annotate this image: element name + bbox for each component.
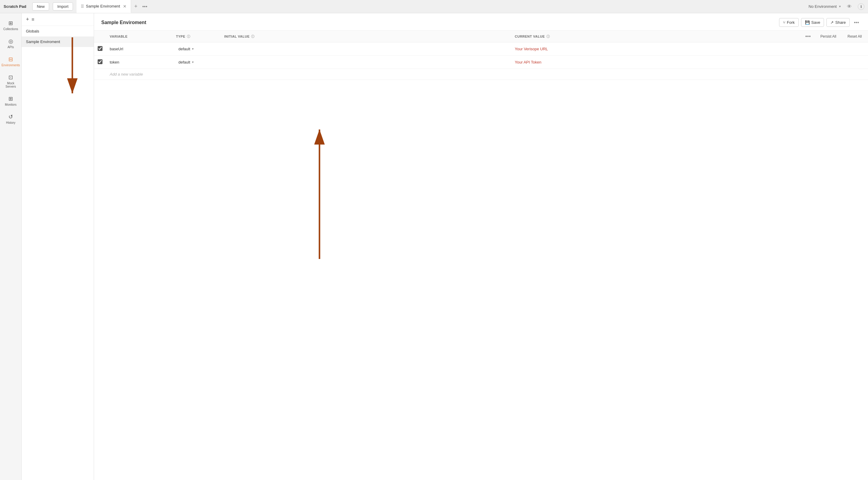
topbar: Scratch Pad New Import ☰ Sample Envirome…	[0, 0, 868, 13]
current-info-icon[interactable]: ⓘ	[547, 34, 550, 39]
current-value-col-label: CURRENT VALUE	[515, 35, 545, 38]
save-label: Save	[811, 20, 820, 25]
env-label: No Environment	[809, 4, 837, 9]
table-row: token default ▾ Your API Token	[94, 56, 868, 69]
td-variable-baseurl: baseUrl	[106, 42, 173, 56]
globals-label: Globals	[26, 29, 39, 33]
sidebar-item-monitors[interactable]: ⊞ Monitors	[1, 93, 21, 109]
sidebar-item-label: APIs	[7, 45, 14, 49]
collections-icon: ⊞	[8, 20, 13, 27]
save-button[interactable]: 💾 Save	[801, 18, 824, 27]
td-current-baseurl: Your Verisope URL	[511, 42, 802, 56]
td-reset-baseurl	[844, 42, 868, 56]
td-initial-baseurl[interactable]	[221, 42, 511, 56]
chevron-down-icon: ▾	[839, 4, 841, 8]
th-variable: VARIABLE	[106, 31, 173, 42]
share-icon: ↗	[830, 20, 834, 25]
fork-icon: ⑂	[783, 20, 785, 25]
initial-info-icon[interactable]: ⓘ	[251, 34, 255, 39]
environment-selector[interactable]: No Environment ▾	[809, 4, 841, 9]
column-more-button[interactable]: •••	[805, 34, 811, 39]
row-checkbox-token[interactable]	[98, 59, 102, 64]
type-value-baseurl: default	[179, 47, 190, 51]
sidebar-panel-header-left: + ≡	[26, 16, 34, 23]
sidebar-item-sample-enviroment[interactable]: Sample Enviroment	[22, 36, 94, 47]
fork-label: Fork	[787, 20, 795, 25]
environment-table: VARIABLE TYPE ⓘ IN	[94, 31, 868, 480]
reset-all-button[interactable]: Reset All	[847, 34, 862, 39]
td-type-baseurl: default ▾	[173, 42, 221, 56]
add-variable-placeholder: Add a new variable	[110, 72, 143, 76]
td-persist-baseurl	[817, 42, 844, 56]
table-row: baseUrl default ▾ Your Verisope URL	[94, 42, 868, 56]
content-header: Sample Enviroment ⑂ Fork 💾 Save ↗ Share …	[94, 13, 868, 31]
type-col-label: TYPE	[176, 35, 185, 38]
tab-more-button[interactable]: •••	[141, 4, 149, 9]
sidebar-item-environments[interactable]: ⊟ Environments	[1, 53, 21, 70]
persist-all-button[interactable]: Persist All	[820, 34, 836, 39]
th-current-value: CURRENT VALUE ⓘ	[511, 31, 802, 42]
sidebar-item-history[interactable]: ↺ History	[1, 110, 21, 127]
td-persist-token	[817, 56, 844, 69]
content-area: Sample Enviroment ⑂ Fork 💾 Save ↗ Share …	[94, 13, 868, 480]
environments-icon: ⊟	[8, 56, 13, 63]
td-add-variable[interactable]: Add a new variable	[106, 69, 173, 80]
mock-servers-icon: ⊡	[8, 74, 13, 81]
td-variable-token: token	[106, 56, 173, 69]
variable-name-token: token	[110, 60, 119, 64]
new-button[interactable]: New	[32, 2, 49, 10]
th-reset-all: Reset All	[844, 31, 868, 42]
td-type-token: default ▾	[173, 56, 221, 69]
current-value-baseurl: Your Verisope URL	[515, 47, 548, 51]
sample-env-label: Sample Enviroment	[26, 39, 60, 44]
content-actions: ⑂ Fork 💾 Save ↗ Share •••	[779, 18, 861, 27]
sidebar-item-mock-servers[interactable]: ⊡ Mock Servers	[1, 71, 21, 91]
environment-title: Sample Enviroment	[101, 20, 146, 25]
th-checkbox	[94, 31, 106, 42]
tab-sample-enviroment[interactable]: ☰ Sample Enviroment ✕	[76, 0, 131, 13]
tab-close-button[interactable]: ✕	[123, 4, 127, 9]
type-chevron-icon: ▾	[192, 60, 194, 64]
td-current-token: Your API Token	[511, 56, 802, 69]
type-select-baseurl[interactable]: default ▾	[176, 45, 217, 53]
table-header-row: VARIABLE TYPE ⓘ IN	[94, 31, 868, 42]
th-type: TYPE ⓘ	[173, 31, 221, 42]
type-chevron-icon: ▾	[192, 47, 194, 51]
sidebar-icons: ⊞ Collections ◎ APIs ⊟ Environments ⊡ Mo…	[0, 13, 22, 480]
import-button[interactable]: Import	[53, 2, 73, 10]
type-value-token: default	[179, 60, 190, 64]
main-layout: ⊞ Collections ◎ APIs ⊟ Environments ⊡ Mo…	[0, 13, 868, 480]
info-button[interactable]: ℹ	[858, 3, 864, 10]
th-more: •••	[802, 31, 817, 42]
more-actions-button[interactable]: •••	[852, 20, 861, 25]
th-persist-all: Persist All	[817, 31, 844, 42]
fork-button[interactable]: ⑂ Fork	[779, 18, 799, 27]
variables-table: VARIABLE TYPE ⓘ IN	[94, 31, 868, 80]
variable-col-label: VARIABLE	[110, 35, 127, 38]
td-checkbox-baseurl	[94, 42, 106, 56]
sidebar-item-label: History	[6, 121, 16, 124]
td-checkbox-token	[94, 56, 106, 69]
row-checkbox-baseurl[interactable]	[98, 46, 102, 51]
type-info-icon[interactable]: ⓘ	[187, 34, 190, 39]
td-checkbox-add	[94, 69, 106, 80]
type-select-token[interactable]: default ▾	[176, 59, 217, 66]
sidebar-item-collections[interactable]: ⊞ Collections	[1, 17, 21, 34]
add-environment-button[interactable]: +	[26, 16, 29, 23]
filter-button[interactable]: ≡	[32, 17, 34, 22]
eye-icon[interactable]: 👁	[847, 4, 852, 9]
td-initial-token[interactable]	[221, 56, 511, 69]
th-initial-value: INITIAL VALUE ⓘ	[221, 31, 511, 42]
tab-label: Sample Enviroment	[86, 4, 120, 8]
share-button[interactable]: ↗ Share	[827, 18, 849, 27]
td-actions-token	[802, 56, 817, 69]
history-icon: ↺	[8, 113, 13, 120]
sidebar-item-label: Monitors	[5, 103, 16, 106]
sidebar-item-apis[interactable]: ◎ APIs	[1, 35, 21, 52]
sidebar-panel: + ≡ Globals Sample Enviroment	[22, 13, 94, 480]
sidebar-item-globals[interactable]: Globals	[22, 26, 94, 36]
sidebar-item-label: Mock Servers	[4, 81, 18, 88]
new-tab-button[interactable]: +	[131, 3, 141, 10]
sidebar-panel-list: Globals Sample Enviroment	[22, 26, 94, 480]
td-reset-token	[844, 56, 868, 69]
